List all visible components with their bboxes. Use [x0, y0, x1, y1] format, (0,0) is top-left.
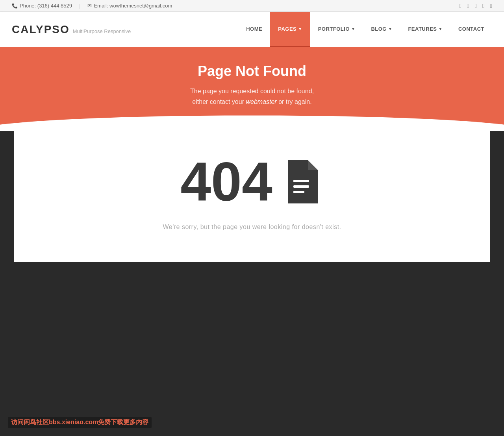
nav-pages[interactable]: PAGES ▼: [270, 12, 310, 47]
svg-rect-0: [293, 180, 309, 182]
hero-subtitle-line2-before: either contact your: [192, 98, 246, 105]
skype-icon[interactable]: : [482, 2, 484, 9]
error-number: 404: [180, 154, 272, 209]
error-content: 404 We're sorry, but the page you were l…: [28, 131, 476, 262]
top-bar: Phone: (316) 444 8529 | Email: wowthemes…: [0, 0, 504, 12]
logo-area: CALYPSO MultiPurpose Responsive: [12, 23, 131, 36]
hero-subtitle-line1: The page you requested could not be foun…: [190, 88, 314, 94]
phone-text: Phone: (316) 444 8529: [20, 3, 72, 9]
twitter-icon[interactable]: : [467, 2, 469, 9]
social-icons:     : [460, 2, 492, 9]
logo-text: CALYPSO: [12, 23, 70, 36]
email-text: Email: wowthemesnet@gmail.com: [94, 3, 172, 9]
hero-subtitle-line2-after: or try again.: [277, 98, 312, 105]
phone-contact: Phone: (316) 444 8529: [12, 3, 72, 9]
linkedin-icon[interactable]: : [475, 2, 477, 9]
main-card: 404 We're sorry, but the page you were l…: [14, 131, 490, 262]
error-display: 404: [36, 154, 468, 209]
footer-dark: [0, 262, 504, 396]
header: CALYPSO MultiPurpose Responsive HOME PAG…: [0, 12, 504, 47]
googleplus-icon[interactable]: : [490, 2, 492, 9]
logo-tagline: MultiPurpose Responsive: [73, 28, 131, 34]
svg-rect-1: [293, 185, 309, 188]
portfolio-chevron: ▼: [351, 27, 355, 31]
hero-banner: Page Not Found The page you requested co…: [0, 47, 504, 131]
phone-icon: [12, 3, 18, 9]
email-contact: Email: wowthemesnet@gmail.com: [87, 3, 172, 9]
nav-home[interactable]: HOME: [238, 12, 270, 47]
facebook-icon[interactable]: : [460, 2, 461, 9]
main-nav: HOME PAGES ▼ PORTFOLIO ▼ BLOG ▼ FEATURES…: [238, 12, 492, 47]
pages-chevron: ▼: [298, 27, 302, 31]
features-chevron: ▼: [439, 27, 443, 31]
hero-subtitle: The page you requested could not be foun…: [8, 86, 496, 107]
email-icon: [87, 3, 92, 9]
error-file-icon: [280, 160, 324, 203]
nav-contact[interactable]: CONTACT: [450, 12, 492, 47]
watermark: 访问闲鸟社区bbs.xieniao.com免费下载更多内容: [8, 417, 152, 428]
hero-subtitle-link[interactable]: webmaster: [246, 98, 276, 105]
svg-rect-2: [293, 191, 304, 193]
top-bar-left: Phone: (316) 444 8529 | Email: wowthemes…: [12, 3, 172, 9]
nav-blog[interactable]: BLOG ▼: [363, 12, 400, 47]
divider: |: [79, 3, 80, 9]
nav-portfolio[interactable]: PORTFOLIO ▼: [310, 12, 363, 47]
hero-title: Page Not Found: [8, 63, 496, 79]
error-message: We're sorry, but the page you were looki…: [36, 224, 468, 231]
nav-features[interactable]: FEATURES ▼: [400, 12, 450, 47]
blog-chevron: ▼: [388, 27, 392, 31]
